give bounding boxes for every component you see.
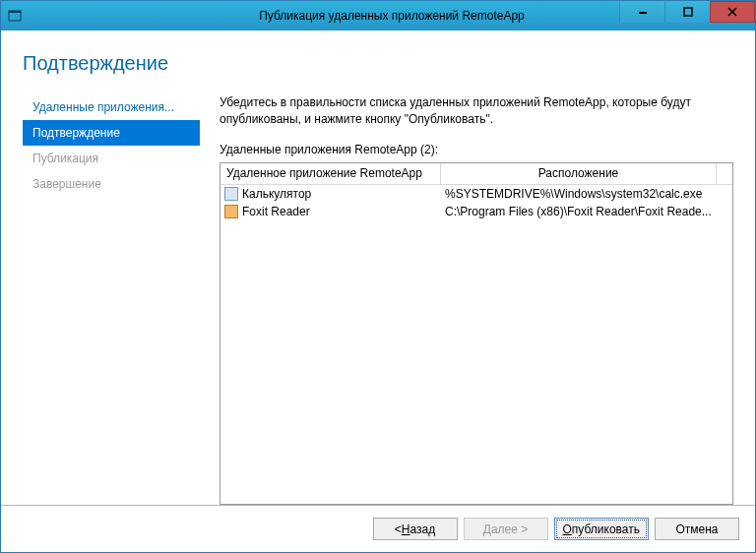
app-path: C:\Program Files (x86)\Foxit Reader\Foxi…	[441, 205, 732, 218]
minimize-button[interactable]	[619, 1, 664, 23]
column-location[interactable]: Расположение	[441, 163, 717, 184]
back-button[interactable]: < Назад	[373, 518, 458, 540]
cancel-button[interactable]: Отмена	[655, 518, 739, 540]
titlebar[interactable]: Публикация удаленных приложений RemoteAp…	[1, 1, 755, 31]
step-confirmation[interactable]: Подтверждение	[23, 120, 200, 146]
close-button[interactable]	[710, 1, 755, 23]
system-menu-icon[interactable]	[1, 9, 29, 23]
svg-rect-1	[9, 11, 21, 13]
wizard-body: Удаленные приложения... Подтверждение Пу…	[23, 94, 733, 505]
maximize-button[interactable]	[664, 1, 710, 23]
app-name: Калькулятор	[242, 187, 311, 201]
step-completion: Завершение	[23, 171, 200, 197]
apps-table: Удаленное приложение RemoteApp Расположе…	[220, 162, 733, 505]
svg-rect-3	[684, 8, 692, 16]
main-panel: Убедитесь в правильности списка удаленны…	[200, 94, 733, 505]
app-path: %SYSTEMDRIVE%\Windows\system32\calc.exe	[441, 187, 732, 201]
svg-rect-2	[639, 12, 647, 14]
table-row[interactable]: Foxit Reader C:\Program Files (x86)\Foxi…	[220, 203, 732, 220]
foxit-icon	[224, 205, 238, 218]
table-row[interactable]: Калькулятор %SYSTEMDRIVE%\Windows\system…	[220, 185, 732, 203]
column-app[interactable]: Удаленное приложение RemoteApp	[220, 163, 441, 184]
wizard-footer: < Назад Далее > Опубликовать Отмена	[1, 505, 755, 552]
table-body: Калькулятор %SYSTEMDRIVE%\Windows\system…	[220, 185, 732, 504]
wizard-content: Подтверждение Удаленные приложения... По…	[1, 31, 755, 552]
page-heading: Подтверждение	[23, 52, 733, 75]
window-controls	[619, 1, 755, 23]
next-button: Далее >	[464, 518, 548, 540]
table-header: Удаленное приложение RemoteApp Расположе…	[220, 163, 732, 185]
list-label: Удаленные приложения RemoteApp (2):	[220, 143, 733, 156]
steps-sidebar: Удаленные приложения... Подтверждение Пу…	[23, 94, 200, 505]
calculator-icon	[224, 187, 238, 201]
publish-button[interactable]: Опубликовать	[554, 518, 649, 540]
step-remote-apps[interactable]: Удаленные приложения...	[23, 94, 200, 120]
column-spacer	[717, 163, 732, 184]
step-publishing: Публикация	[23, 146, 200, 171]
wizard-window: Публикация удаленных приложений RemoteAp…	[0, 0, 756, 553]
instruction-text: Убедитесь в правильности списка удаленны…	[220, 94, 733, 129]
app-name: Foxit Reader	[242, 205, 310, 218]
